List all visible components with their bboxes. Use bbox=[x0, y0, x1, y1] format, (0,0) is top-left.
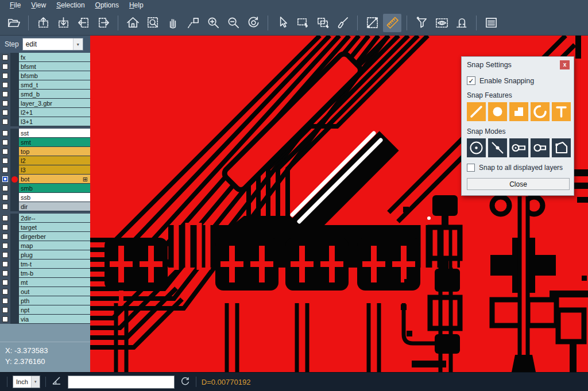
layer-label[interactable]: bfsmb bbox=[19, 71, 90, 80]
layer-checkbox-via[interactable] bbox=[2, 316, 8, 322]
layer-label[interactable]: smd_b bbox=[19, 90, 90, 99]
layer-label[interactable]: pth bbox=[19, 296, 90, 305]
layer-checkbox-l3+1[interactable] bbox=[2, 119, 8, 125]
layer-row-tm-b[interactable]: tm-b bbox=[0, 269, 90, 278]
layer-label[interactable]: smd_t bbox=[19, 80, 90, 90]
layer-label[interactable]: sst bbox=[19, 129, 90, 138]
tool-import-right-icon[interactable] bbox=[94, 14, 113, 32]
layer-label[interactable]: l3+1 bbox=[19, 117, 90, 126]
refresh-icon[interactable] bbox=[180, 375, 191, 389]
layer-checkbox-target[interactable] bbox=[2, 224, 8, 230]
layer-row-l3+1[interactable]: l3+1 bbox=[0, 117, 90, 126]
layer-label[interactable]: dirgerber bbox=[19, 232, 90, 241]
tool-import-up-icon[interactable] bbox=[34, 14, 52, 32]
layer-checkbox-tm-t[interactable] bbox=[2, 261, 8, 267]
layer-row-tm-t[interactable]: tm-t bbox=[0, 260, 90, 269]
layer-row-dir[interactable]: dir bbox=[0, 202, 90, 211]
layer-checkbox-ssb[interactable] bbox=[2, 195, 8, 200]
layer-label[interactable]: bot⊞ bbox=[19, 175, 90, 184]
menu-file[interactable]: File bbox=[5, 0, 26, 10]
layer-row-top[interactable]: top bbox=[0, 147, 90, 156]
tool-snap-icon[interactable] bbox=[452, 14, 471, 32]
layer-row-smb[interactable]: smb bbox=[0, 184, 90, 193]
snap-feature-text-icon[interactable] bbox=[552, 102, 571, 121]
layer-row-dirgerber[interactable]: dirgerber bbox=[0, 232, 90, 241]
layer-row-l3[interactable]: l3 bbox=[0, 165, 90, 175]
tool-measure-line-icon[interactable] bbox=[363, 14, 381, 32]
layer-row-smd_t[interactable]: smd_t bbox=[0, 80, 90, 90]
layer-label[interactable]: ssb bbox=[19, 193, 90, 202]
layer-checkbox-smd_t[interactable] bbox=[2, 82, 8, 88]
layer-label[interactable]: fx bbox=[19, 53, 90, 62]
tool-select-rect-icon[interactable] bbox=[293, 14, 312, 32]
layer-row-sst[interactable]: sst bbox=[0, 129, 90, 138]
layer-row-target[interactable]: target bbox=[0, 223, 90, 232]
layer-checkbox-smb[interactable] bbox=[2, 185, 8, 191]
layer-row-via[interactable]: via bbox=[0, 315, 90, 324]
layer-label[interactable]: map bbox=[19, 241, 90, 250]
snap-mode-contour-icon[interactable] bbox=[552, 138, 571, 157]
tool-select-icon[interactable] bbox=[273, 14, 292, 32]
layer-label[interactable]: smt bbox=[19, 138, 90, 147]
snap-mode-point-on-line-icon[interactable] bbox=[488, 138, 507, 157]
layer-checkbox-tm-b[interactable] bbox=[2, 270, 8, 276]
tool-pan-icon[interactable] bbox=[164, 14, 182, 32]
layer-checkbox-out[interactable] bbox=[2, 289, 8, 295]
layer-checkbox-2dir--[interactable] bbox=[2, 215, 8, 221]
layer-label[interactable]: bfsmt bbox=[19, 62, 90, 71]
tool-zoom-polygon-icon[interactable] bbox=[184, 14, 202, 32]
tool-import-down-icon[interactable] bbox=[54, 14, 72, 32]
layer-checkbox-layer_3.gbr[interactable] bbox=[2, 100, 8, 106]
layer-row-bfsmt[interactable]: bfsmt bbox=[0, 62, 90, 71]
snap-mode-slot-left-icon[interactable] bbox=[509, 138, 528, 157]
layer-checkbox-map[interactable] bbox=[2, 243, 8, 249]
layer-row-smt[interactable]: smt bbox=[0, 138, 90, 147]
close-icon[interactable]: x bbox=[560, 60, 570, 69]
layer-row-l2+1[interactable]: l2+1 bbox=[0, 108, 90, 117]
layer-label[interactable]: tm-b bbox=[19, 269, 90, 278]
snap-feature-surface-icon[interactable] bbox=[509, 102, 528, 121]
layer-checkbox-l2[interactable] bbox=[2, 158, 8, 164]
layer-label[interactable]: smb bbox=[19, 184, 90, 193]
step-dropdown[interactable]: edit ▾ bbox=[22, 38, 83, 51]
tool-zoom-window-icon[interactable] bbox=[144, 14, 162, 32]
layer-label[interactable]: plug bbox=[19, 250, 90, 260]
layer-checkbox-plug[interactable] bbox=[2, 252, 8, 258]
layer-checkbox-sst[interactable] bbox=[2, 130, 8, 136]
tool-layers-panel-icon[interactable] bbox=[482, 14, 500, 32]
layer-checkbox-mt[interactable] bbox=[2, 280, 8, 285]
layer-checkbox-l3[interactable] bbox=[2, 167, 8, 173]
layer-label[interactable]: top bbox=[19, 147, 90, 156]
tool-zoom-out-icon[interactable] bbox=[224, 14, 242, 32]
layer-row-npt[interactable]: npt bbox=[0, 305, 90, 315]
layer-checkbox-bfsmt[interactable] bbox=[2, 64, 8, 69]
layer-checkbox-bot[interactable] bbox=[2, 176, 8, 182]
layer-checkbox-smt[interactable] bbox=[2, 140, 8, 145]
layer-label[interactable]: mt bbox=[19, 278, 90, 287]
layer-row-fx[interactable]: fx bbox=[0, 53, 90, 62]
layer-checkbox-l2+1[interactable] bbox=[2, 110, 8, 115]
unit-dropdown[interactable]: Inch ▾ bbox=[13, 375, 40, 388]
chevron-down-icon[interactable]: ▾ bbox=[73, 38, 83, 50]
enable-snapping-checkbox[interactable]: ✓ bbox=[467, 76, 475, 85]
layer-row-bfsmb[interactable]: bfsmb bbox=[0, 71, 90, 80]
layer-label[interactable]: l2+1 bbox=[19, 108, 90, 117]
layer-row-ssb[interactable]: ssb bbox=[0, 193, 90, 202]
layer-label[interactable]: tm-t bbox=[19, 260, 90, 269]
tool-select-group-icon[interactable] bbox=[314, 14, 332, 32]
layer-label[interactable]: out bbox=[19, 287, 90, 296]
close-button[interactable]: Close bbox=[467, 178, 570, 190]
layer-row-l2[interactable]: l2 bbox=[0, 156, 90, 165]
layer-row-layer_3.gbr[interactable]: layer_3.gbr bbox=[0, 99, 90, 108]
menu-selection[interactable]: Selection bbox=[51, 0, 90, 10]
tool-zoom-reset-icon[interactable] bbox=[244, 14, 262, 32]
layer-checkbox-bfsmb[interactable] bbox=[2, 73, 8, 79]
tool-home-icon[interactable] bbox=[123, 14, 142, 32]
menu-help[interactable]: Help bbox=[124, 0, 149, 10]
layer-row-out[interactable]: out bbox=[0, 287, 90, 296]
snap-feature-line-icon[interactable] bbox=[467, 102, 486, 121]
snap-mode-slot-right-icon[interactable] bbox=[531, 138, 550, 157]
tool-ruler-icon[interactable] bbox=[383, 14, 401, 32]
layer-label[interactable]: dir bbox=[19, 202, 90, 211]
layer-checkbox-npt[interactable] bbox=[2, 307, 8, 313]
